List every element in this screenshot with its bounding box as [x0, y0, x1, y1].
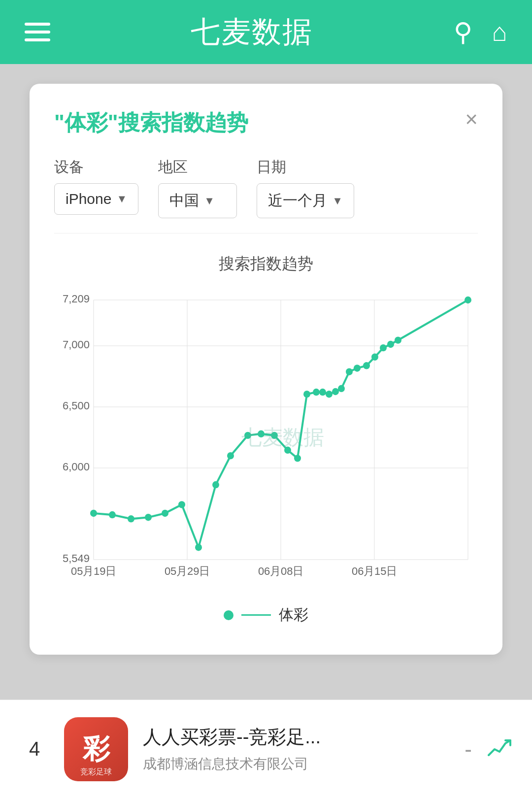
chart-legend: 体彩	[54, 605, 478, 625]
device-arrow: ▼	[116, 193, 127, 205]
chart-dot	[326, 391, 332, 398]
date-filter-label: 日期	[257, 157, 354, 177]
svg-text:7,000: 7,000	[63, 338, 90, 351]
chart-dot	[178, 501, 185, 508]
date-select[interactable]: 近一个月 ▼	[257, 183, 354, 218]
chart-dot	[128, 515, 134, 522]
chart-dot	[465, 297, 471, 303]
chart-dot	[162, 510, 168, 517]
legend-line	[241, 614, 271, 616]
search-icon[interactable]: ⚲	[454, 17, 472, 47]
svg-text:6,500: 6,500	[63, 399, 90, 412]
date-arrow: ▼	[332, 195, 343, 207]
modal-card: "体彩"搜索指数趋势 × 设备 iPhone ▼ 地区 中国 ▼ 日期	[30, 84, 502, 655]
chart-container: 七麦数据 7,209 7,000 6,500 6,000 5,549	[54, 285, 478, 590]
app-icon: 彩 竞彩足球	[64, 717, 128, 781]
chart-svg: 7,209 7,000 6,500 6,000 5,549 05月19日 05月…	[54, 285, 478, 590]
menu-button[interactable]	[25, 23, 50, 41]
modal-header: "体彩"搜索指数趋势 ×	[54, 108, 478, 137]
chart-dot	[354, 365, 361, 371]
modal-title: "体彩"搜索指数趋势	[54, 108, 248, 137]
chart-dot	[258, 431, 265, 437]
svg-text:05月19日: 05月19日	[71, 565, 116, 577]
close-button[interactable]: ×	[465, 108, 478, 130]
region-select[interactable]: 中国 ▼	[158, 183, 237, 218]
app-company: 成都博涵信息技术有限公司	[143, 755, 465, 773]
date-filter-group: 日期 近一个月 ▼	[257, 157, 354, 218]
chart-dot	[145, 514, 152, 521]
chart-dot	[90, 510, 97, 517]
chart-dot	[303, 391, 310, 398]
svg-text:06月08日: 06月08日	[258, 565, 303, 577]
legend-label: 体彩	[279, 605, 308, 625]
chart-dot	[284, 447, 291, 454]
app-info: 人人买彩票--竞彩足... 成都博涵信息技术有限公司	[143, 725, 465, 773]
chart-dot	[212, 481, 219, 488]
chart-dot	[313, 389, 320, 396]
chart-dot	[195, 544, 202, 551]
chart-dot	[244, 432, 251, 439]
device-select[interactable]: iPhone ▼	[54, 183, 138, 215]
region-filter-group: 地区 中国 ▼	[158, 157, 237, 218]
svg-text:7,209: 7,209	[63, 293, 90, 305]
app-title: 七麦数据	[191, 12, 313, 52]
main-content: "体彩"搜索指数趋势 × 设备 iPhone ▼ 地区 中国 ▼ 日期	[0, 64, 532, 798]
date-value: 近一个月	[268, 191, 327, 211]
device-filter-label: 设备	[54, 157, 138, 177]
chart-dot	[346, 368, 353, 375]
chart-dot	[371, 354, 378, 361]
app-name: 人人买彩票--竞彩足...	[143, 725, 465, 750]
chart-dot	[387, 341, 394, 348]
trend-chart-button[interactable]	[487, 735, 512, 763]
chart-dot	[363, 362, 370, 369]
app-icon-char: 彩	[83, 731, 110, 767]
legend-dot	[224, 610, 233, 620]
app-icon-sub: 竞彩足球	[80, 767, 112, 777]
svg-text:06月15日: 06月15日	[352, 565, 397, 577]
home-icon[interactable]: ⌂	[492, 17, 507, 47]
chart-dot	[109, 511, 116, 518]
header-actions: ⚲ ⌂	[454, 17, 507, 47]
region-arrow: ▼	[204, 195, 215, 207]
rank-number: 4	[20, 738, 49, 760]
chart-dot	[332, 388, 339, 395]
chart-dot	[319, 389, 326, 396]
svg-text:6,000: 6,000	[63, 461, 90, 473]
filter-bar: 设备 iPhone ▼ 地区 中国 ▼ 日期 近一个月 ▼	[54, 157, 478, 233]
chart-dot	[338, 385, 345, 392]
chart-dot	[395, 336, 401, 343]
region-value: 中国	[169, 191, 199, 211]
svg-text:05月29日: 05月29日	[165, 565, 210, 577]
dash-button[interactable]: -	[465, 737, 472, 762]
svg-text:5,549: 5,549	[63, 552, 90, 565]
app-list-item: 4 彩 竞彩足球 人人买彩票--竞彩足... 成都博涵信息技术有限公司 -	[0, 699, 532, 798]
app-actions: -	[465, 735, 512, 763]
chart-title: 搜索指数趋势	[54, 253, 478, 275]
device-filter-group: 设备 iPhone ▼	[54, 157, 138, 218]
chart-dot	[294, 455, 301, 462]
chart-dot	[380, 344, 387, 351]
app-header: 七麦数据 ⚲ ⌂	[0, 0, 532, 64]
trend-icon	[487, 735, 512, 761]
chart-dot	[227, 452, 234, 459]
device-value: iPhone	[66, 191, 111, 207]
chart-dot	[271, 432, 278, 439]
region-filter-label: 地区	[158, 157, 237, 177]
